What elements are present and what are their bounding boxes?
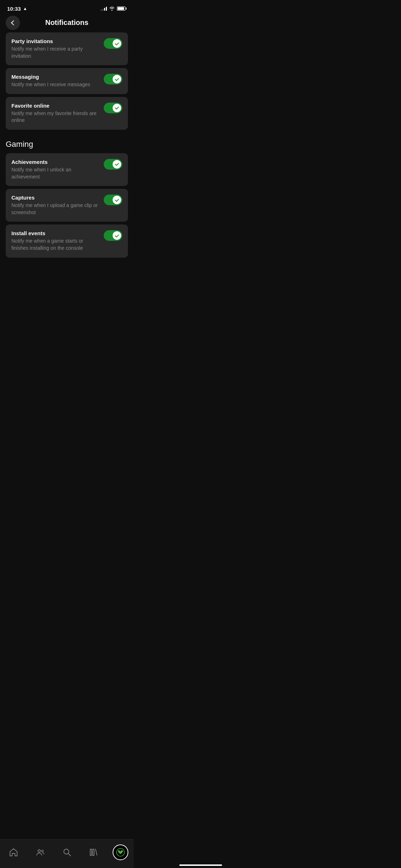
item-content-favorite-online: Favorite online Notify me when my favori… [11,103,98,124]
gaming-section: Achievements Notify me when I unlock an … [0,153,134,258]
notification-item-achievements: Achievements Notify me when I unlock an … [6,153,128,186]
social-section: Party invitations Notify me when I recei… [0,32,134,130]
notification-item-favorite-online: Favorite online Notify me when my favori… [6,97,128,130]
item-content-party-invitations: Party invitations Notify me when I recei… [11,38,98,60]
item-title-install-events: Install events [11,230,98,236]
back-button[interactable] [6,16,20,30]
item-description-favorite-online: Notify me when my favorite friends are o… [11,110,98,124]
gaming-section-title: Gaming [6,140,33,149]
toggle-knob-captures [113,196,121,204]
header: Notifications [0,16,134,32]
item-title-captures: Captures [11,195,98,201]
notification-item-messaging: Messaging Notify me when I receive messa… [6,68,128,94]
item-description-achievements: Notify me when I unlock an achievement [11,166,98,180]
status-bar: 10:33 ▲ [0,0,134,16]
checkmark-icon-install-events [115,233,119,237]
item-title-achievements: Achievements [11,159,98,165]
item-content-messaging: Messaging Notify me when I receive messa… [11,74,98,88]
toggle-favorite-online[interactable] [104,103,122,113]
toggle-knob-achievements [113,160,121,169]
signal-icon [101,6,107,11]
toggle-knob-install-events [113,231,121,240]
notification-item-party-invitations: Party invitations Notify me when I recei… [6,32,128,65]
toggle-knob-party-invitations [113,39,121,48]
item-description-captures: Notify me when I upload a game clip or s… [11,202,98,216]
checkmark-icon-favorite-online [115,105,119,110]
toggle-knob-messaging [113,75,121,83]
status-icons [101,6,127,11]
toggle-messaging[interactable] [104,74,122,84]
gaming-section-header: Gaming [0,133,134,153]
item-title-favorite-online: Favorite online [11,103,98,109]
location-icon: ▲ [23,6,27,11]
wifi-icon [109,6,115,11]
toggle-achievements[interactable] [104,159,122,170]
page-title: Notifications [45,19,88,27]
item-title-messaging: Messaging [11,74,98,80]
toggle-captures[interactable] [104,195,122,205]
notification-item-install-events: Install events Notify me when a game sta… [6,224,128,257]
item-description-messaging: Notify me when I receive messages [11,81,98,88]
item-content-achievements: Achievements Notify me when I unlock an … [11,159,98,180]
item-title-party-invitations: Party invitations [11,38,98,44]
item-content-install-events: Install events Notify me when a game sta… [11,230,98,252]
checkmark-icon-captures [115,197,119,202]
toggle-install-events[interactable] [104,230,122,241]
checkmark-icon-messaging [115,77,119,81]
item-description-party-invitations: Notify me when I receive a party invitat… [11,46,98,60]
toggle-knob-favorite-online [113,104,121,112]
status-time: 10:33 ▲ [7,6,27,12]
notification-item-captures: Captures Notify me when I upload a game … [6,189,128,222]
battery-icon [117,6,127,11]
item-content-captures: Captures Notify me when I upload a game … [11,195,98,216]
item-description-install-events: Notify me when a game starts or finishes… [11,238,98,252]
toggle-party-invitations[interactable] [104,38,122,49]
back-chevron-icon [11,20,16,25]
checkmark-icon-party-invitations [115,41,119,45]
checkmark-icon-achievements [115,162,119,166]
content-area: Party invitations Notify me when I recei… [0,32,134,293]
